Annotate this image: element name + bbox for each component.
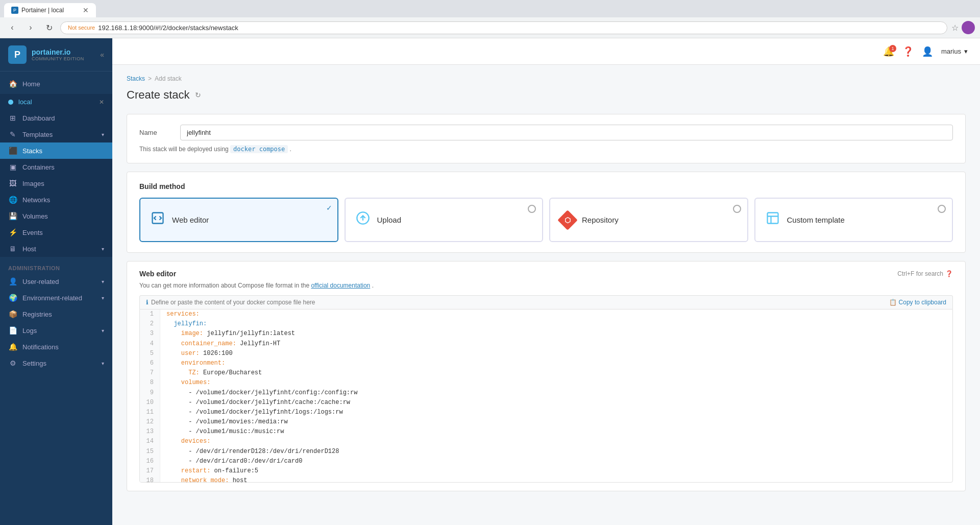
sidebar-item-containers[interactable]: ▣ Containers: [0, 159, 112, 175]
code-line-11: 11 - /volume1/docker/jellyfinht/logs:/lo…: [140, 408, 952, 417]
user-profile-button[interactable]: 👤: [922, 46, 933, 57]
home-icon: 🏠: [8, 80, 17, 88]
sidebar-networks-label: Networks: [22, 196, 50, 204]
sidebar-home-label: Home: [22, 80, 40, 88]
browser-favicon: P: [11, 7, 18, 14]
help-button[interactable]: ❓: [902, 46, 914, 57]
stacks-icon: ⬛: [8, 147, 17, 155]
env-close-button[interactable]: ✕: [99, 99, 104, 106]
svg-rect-2: [767, 213, 778, 224]
name-input[interactable]: [180, 125, 953, 140]
sidebar-item-registries[interactable]: 📦 Registries: [0, 306, 112, 322]
sidebar-item-stacks[interactable]: ⬛ Stacks: [0, 142, 112, 159]
build-card-upload[interactable]: Upload: [345, 198, 544, 242]
sidebar-item-settings[interactable]: ⚙ Settings ▾: [0, 355, 112, 371]
code-line-12: 12 - /volume1/movies:/media:rw: [140, 417, 952, 427]
sidebar-nav: 🏠 Home local ✕ ⊞ Dashboard ✎ Templates ▾: [0, 71, 112, 525]
notification-badge: 1: [889, 45, 896, 52]
sidebar-images-label: Images: [22, 180, 44, 187]
build-method-section: Build method Web editor ✓: [127, 172, 966, 253]
sidebar-item-events[interactable]: ⚡ Events: [0, 224, 112, 241]
topbar: 🔔 1 ❓ 👤 marius ▾: [112, 38, 980, 65]
back-button[interactable]: ‹: [5, 20, 19, 35]
build-card-custom-template[interactable]: Custom template: [754, 198, 953, 242]
sidebar-templates-label: Templates: [22, 131, 53, 138]
env-name: local: [18, 98, 32, 106]
sidebar-registries-label: Registries: [22, 311, 52, 318]
profile-avatar[interactable]: [962, 21, 975, 34]
code-line-13: 13 - /volume1/music:/music:rw: [140, 427, 952, 437]
sidebar-item-user-related[interactable]: 👤 User-related ▾: [0, 273, 112, 290]
breadcrumb: Stacks > Add stack: [127, 75, 966, 82]
web-editor-section: Web editor Ctrl+F for search ❓ You can g…: [127, 261, 966, 491]
sidebar-item-home[interactable]: 🏠 Home: [0, 76, 112, 92]
repository-icon: ⬡: [557, 210, 578, 230]
editor-note: You can get more information about Compo…: [139, 282, 953, 289]
sidebar-item-volumes[interactable]: 💾 Volumes: [0, 208, 112, 224]
refresh-button[interactable]: ↻: [195, 91, 201, 99]
ctrl-f-hint: Ctrl+F for search ❓: [897, 270, 953, 277]
editor-header: Web editor Ctrl+F for search ❓: [139, 270, 953, 278]
web-editor-check-icon: ✓: [326, 204, 332, 212]
sidebar-collapse-button[interactable]: «: [100, 51, 104, 59]
forward-button[interactable]: ›: [23, 20, 38, 35]
user-related-icon: 👤: [8, 277, 17, 285]
web-editor-icon: [151, 211, 165, 229]
build-method-title: Build method: [139, 182, 953, 190]
info-icon: ℹ: [146, 299, 149, 306]
custom-template-label: Custom template: [787, 216, 845, 224]
notifications-bell-button[interactable]: 🔔 1: [883, 46, 894, 57]
repository-radio: [733, 205, 741, 213]
page-content: Stacks > Add stack Create stack ↻ Name T…: [112, 65, 980, 525]
code-line-17: 17 restart: on-failure:5: [140, 466, 952, 476]
sidebar-item-logs[interactable]: 📄 Logs ▾: [0, 322, 112, 339]
code-line-18: 18 network_mode: host: [140, 476, 952, 483]
sidebar-logo: P portainer.io Community Edition «: [0, 38, 112, 71]
templates-icon: ✎: [8, 130, 17, 138]
user-related-arrow-icon: ▾: [102, 279, 104, 284]
events-icon: ⚡: [8, 228, 17, 236]
code-editor[interactable]: 1services: 2 jellyfin: 3 image: jellyfin…: [139, 309, 953, 483]
bookmark-button[interactable]: ☆: [951, 23, 959, 33]
upload-radio: [528, 205, 536, 213]
sidebar-settings-label: Settings: [22, 360, 46, 367]
page-header: Create stack ↻: [127, 88, 966, 102]
sidebar-item-images[interactable]: 🖼 Images: [0, 175, 112, 192]
sidebar-containers-label: Containers: [22, 163, 55, 171]
custom-template-icon: [766, 211, 780, 229]
sidebar-item-host[interactable]: 🖥 Host ▾: [0, 241, 112, 257]
copy-icon: 📋: [889, 299, 897, 306]
official-docs-link[interactable]: official documentation: [311, 282, 370, 289]
sidebar-item-templates[interactable]: ✎ Templates ▾: [0, 126, 112, 142]
editor-note-post: .: [372, 282, 374, 289]
code-line-7: 7 TZ: Europe/Bucharest: [140, 368, 952, 378]
admin-section-label: Administration: [0, 259, 112, 273]
sidebar-item-networks[interactable]: 🌐 Networks: [0, 192, 112, 208]
sidebar-events-label: Events: [22, 229, 43, 236]
sidebar-item-dashboard[interactable]: ⊞ Dashboard: [0, 110, 112, 126]
volumes-icon: 💾: [8, 212, 17, 220]
tab-close-button[interactable]: ✕: [83, 6, 89, 14]
web-editor-label: Web editor: [172, 216, 209, 224]
sidebar-item-environment-related[interactable]: 🌍 Environment-related ▾: [0, 290, 112, 306]
code-line-15: 15 - /dev/dri/renderD128:/dev/dri/render…: [140, 447, 952, 457]
upload-label: Upload: [377, 216, 402, 224]
sidebar-item-notifications[interactable]: 🔔 Notifications: [0, 339, 112, 355]
name-label: Name: [139, 129, 170, 136]
images-icon: 🖼: [8, 179, 17, 187]
code-line-5: 5 user: 1026:100: [140, 349, 952, 359]
address-bar[interactable]: Not secure 192.168.1.18:9000/#!/2/docker…: [60, 21, 947, 34]
editor-note-pre: You can get more information about Compo…: [139, 282, 309, 289]
reload-button[interactable]: ↻: [42, 20, 56, 35]
topbar-username: marius: [941, 47, 961, 55]
topbar-user[interactable]: marius ▾: [941, 47, 968, 55]
build-card-repository[interactable]: ⬡ Repository: [549, 198, 748, 242]
sidebar: P portainer.io Community Edition « 🏠 Hom…: [0, 38, 112, 525]
copy-to-clipboard-button[interactable]: 📋 Copy to clipboard: [889, 299, 946, 306]
env-header[interactable]: local ✕: [0, 94, 112, 110]
build-card-web-editor[interactable]: Web editor ✓: [139, 198, 338, 242]
stack-deploy-note: This stack will be deployed using docker…: [139, 146, 953, 153]
upload-icon: [356, 211, 370, 229]
breadcrumb-stacks-link[interactable]: Stacks: [127, 75, 145, 82]
host-arrow-icon: ▾: [102, 246, 104, 252]
